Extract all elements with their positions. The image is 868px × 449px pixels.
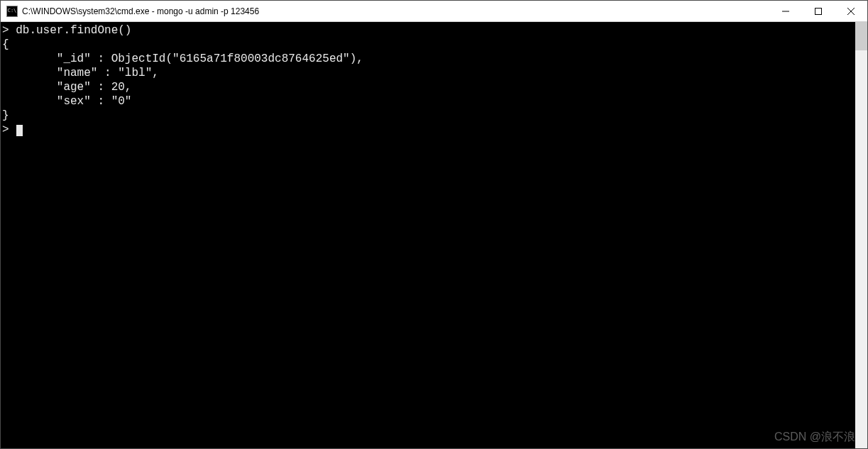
close-button[interactable] (835, 1, 867, 21)
output-field-id: "_id" : ObjectId("6165a71f80003dc8764625… (2, 52, 363, 65)
minimize-icon (782, 8, 789, 15)
vertical-scrollbar[interactable] (855, 22, 867, 448)
minimize-button[interactable] (769, 1, 802, 21)
svg-rect-1 (815, 8, 822, 14)
cursor (16, 125, 23, 136)
terminal[interactable]: > db.user.findOne() { "_id" : ObjectId("… (1, 22, 855, 448)
close-icon (847, 8, 855, 15)
client-area: > db.user.findOne() { "_id" : ObjectId("… (1, 22, 867, 448)
window-title: C:\WINDOWS\system32\cmd.exe - mongo -u a… (22, 6, 769, 16)
maximize-icon (815, 8, 822, 15)
scroll-thumb[interactable] (855, 22, 867, 50)
maximize-button[interactable] (802, 1, 835, 21)
prompt-char: > (2, 24, 16, 37)
output-brace-close: } (2, 109, 9, 122)
prompt-char: > (2, 123, 16, 136)
output-field-age: "age" : 20, (2, 81, 131, 94)
output-field-sex: "sex" : "0" (2, 95, 131, 108)
window-frame: C:\ C:\WINDOWS\system32\cmd.exe - mongo … (0, 0, 868, 449)
window-controls (769, 1, 867, 21)
app-icon: C:\ (6, 6, 18, 17)
app-icon-text: C:\ (8, 9, 17, 13)
output-brace-open: { (2, 38, 9, 51)
titlebar[interactable]: C:\ C:\WINDOWS\system32\cmd.exe - mongo … (1, 1, 867, 22)
command-text: db.user.findOne() (16, 24, 131, 37)
output-field-name: "name" : "lbl", (2, 67, 159, 79)
